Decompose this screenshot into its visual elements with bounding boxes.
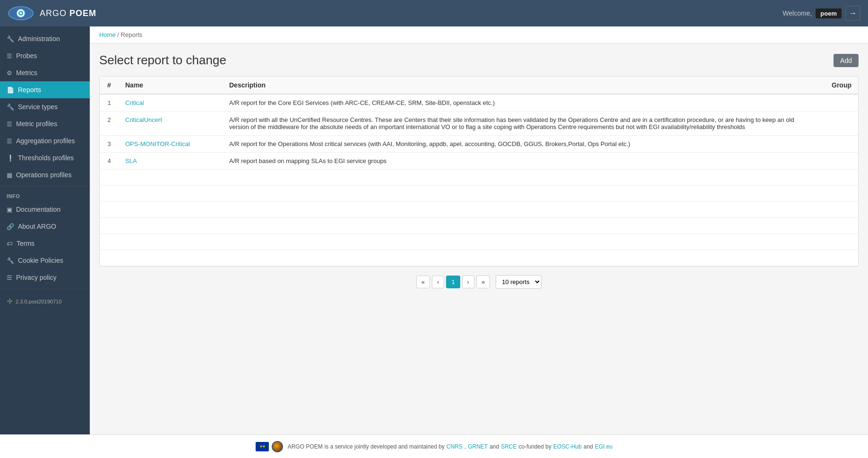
- footer-grnet[interactable]: GRNET: [468, 443, 488, 450]
- documentation-icon: ▣: [7, 206, 12, 213]
- empty-row: [100, 186, 858, 202]
- row-group: [801, 136, 858, 153]
- report-link[interactable]: CriticalUncert: [125, 116, 162, 123]
- breadcrumb-home[interactable]: Home: [99, 31, 116, 38]
- sidebar-item-metric-profiles[interactable]: ☰ Metric profiles: [0, 115, 90, 132]
- main-content: Home / Reports Select report to change A…: [90, 26, 868, 434]
- page-header-row: Select report to change Add: [99, 53, 859, 68]
- operations-icon: ▦: [7, 172, 12, 179]
- sidebar-divider-2: [0, 289, 90, 289]
- pagination-next[interactable]: ›: [462, 276, 474, 288]
- table-row: 2 CriticalUncert A/R report with all the…: [100, 112, 858, 136]
- row-description: A/R report based on mapping SLAs to EGI …: [223, 153, 801, 170]
- sidebar-item-administration[interactable]: 🔧 Administration: [0, 30, 90, 47]
- sidebar-item-terms[interactable]: 🏷 Terms: [0, 235, 90, 252]
- col-header-description: Description: [223, 77, 801, 94]
- report-link[interactable]: Critical: [125, 99, 144, 106]
- thresholds-icon: ❕: [7, 155, 14, 162]
- per-page-select[interactable]: 10 reports 20 reports 50 reports: [496, 275, 541, 289]
- footer-text6: and: [584, 443, 593, 450]
- sidebar-item-probes[interactable]: ☰ Probes: [0, 47, 90, 64]
- footer-eoschub[interactable]: EOSC-Hub: [553, 443, 582, 450]
- footer-text1: ARGO POEM: [288, 443, 323, 450]
- footer-text4: and: [490, 443, 499, 450]
- empty-row: [100, 170, 858, 186]
- sidebar-item-aggregation-profiles[interactable]: ☰ Aggregation profiles: [0, 132, 90, 149]
- list-icon: ☰: [7, 52, 12, 60]
- logout-button[interactable]: →: [845, 6, 860, 21]
- svg-point-3: [20, 12, 22, 15]
- service-types-icon: 🔧: [7, 104, 14, 111]
- footer-text2: is a service jointly developed and maint…: [325, 443, 445, 450]
- sidebar-item-metrics[interactable]: ⚙ Metrics: [0, 64, 90, 81]
- pagination-prev[interactable]: ‹: [432, 276, 444, 288]
- footer-text3: ,: [464, 443, 466, 450]
- sidebar-item-service-types[interactable]: 🔧 Service types: [0, 98, 90, 115]
- empty-row: [100, 234, 858, 250]
- footer-egieu[interactable]: EGI.eu: [595, 443, 612, 450]
- table-row: 4 SLA A/R report based on mapping SLAs t…: [100, 153, 858, 170]
- breadcrumb: Home / Reports: [90, 26, 868, 43]
- pagination-first[interactable]: «: [416, 276, 430, 288]
- cookie-icon: 🔧: [7, 257, 14, 264]
- table-header-row: # Name Description Group: [100, 77, 858, 94]
- sidebar-item-documentation[interactable]: ▣ Documentation: [0, 201, 90, 218]
- wrench-icon: 🔧: [7, 35, 14, 43]
- row-description: A/R report for the Core EGI Services (wi…: [223, 94, 801, 112]
- body-layout: 🔧 Administration ☰ Probes ⚙ Metrics 📄 Re…: [0, 26, 868, 434]
- sidebar-item-operations-profiles[interactable]: ▦ Operations profiles: [0, 166, 90, 183]
- header: ARGO POEM Welcome, poem →: [0, 0, 868, 26]
- row-description: A/R report with all the UnCertified Reso…: [223, 112, 801, 136]
- row-group: [801, 112, 858, 136]
- footer-srce[interactable]: SRCE: [501, 443, 516, 450]
- sidebar-item-privacy-policy[interactable]: ☰ Privacy policy: [0, 269, 90, 286]
- sidebar-item-about-argo[interactable]: 🔗 About ARGO: [0, 218, 90, 235]
- report-link[interactable]: SLA: [125, 157, 137, 164]
- privacy-icon: ☰: [7, 274, 12, 281]
- username-badge: poem: [816, 9, 842, 18]
- app-title: ARGO POEM: [40, 9, 96, 18]
- table-row: 3 OPS-MONITOR-Critical A/R report for th…: [100, 136, 858, 153]
- pagination-page-1[interactable]: 1: [446, 276, 460, 288]
- empty-row: [100, 218, 858, 234]
- sidebar-item-reports[interactable]: 📄 Reports: [0, 81, 90, 98]
- page-title: Select report to change: [99, 53, 226, 68]
- header-right: Welcome, poem →: [782, 6, 860, 21]
- sidebar-item-thresholds-profiles[interactable]: ❕ Thresholds profiles: [0, 149, 90, 166]
- col-header-num: #: [100, 77, 119, 94]
- row-num: 2: [100, 112, 119, 136]
- pagination-row: « ‹ 1 › » 10 reports 20 reports 50 repor…: [99, 267, 859, 297]
- empty-row: [100, 202, 858, 218]
- sidebar-divider: [0, 186, 90, 187]
- table-row: 1 Critical A/R report for the Core EGI S…: [100, 94, 858, 112]
- content-area: Select report to change Add # Name Descr…: [90, 43, 868, 297]
- row-name: CriticalUncert: [119, 112, 223, 136]
- argo-logo: [8, 5, 34, 22]
- sidebar: 🔧 Administration ☰ Probes ⚙ Metrics 📄 Re…: [0, 26, 90, 434]
- add-button[interactable]: Add: [834, 54, 859, 67]
- row-group: [801, 94, 858, 112]
- version-text: 2.3.0.post20190710: [16, 299, 61, 304]
- terms-icon: 🏷: [7, 240, 13, 247]
- gear-icon: ⚙: [7, 69, 12, 77]
- reports-icon: 📄: [7, 86, 14, 94]
- report-link[interactable]: OPS-MONITOR-Critical: [125, 140, 190, 147]
- row-name: OPS-MONITOR-Critical: [119, 136, 223, 153]
- reports-table-wrapper: # Name Description Group 1 Critical A/R …: [99, 76, 859, 267]
- welcome-text: Welcome,: [782, 9, 812, 17]
- row-group: [801, 153, 858, 170]
- footer-cnrs[interactable]: CNRS: [447, 443, 463, 450]
- col-header-name: Name: [119, 77, 223, 94]
- metric-profiles-icon: ☰: [7, 121, 12, 128]
- reports-table: # Name Description Group 1 Critical A/R …: [100, 77, 858, 266]
- breadcrumb-current: Reports: [121, 31, 143, 38]
- eu-flag: ★★: [256, 442, 269, 451]
- empty-row: [100, 250, 858, 266]
- aggregation-icon: ☰: [7, 138, 12, 145]
- sidebar-item-cookie-policies[interactable]: 🔧 Cookie Policies: [0, 252, 90, 269]
- link-icon: 🔗: [7, 223, 14, 230]
- row-num: 3: [100, 136, 119, 153]
- pagination-last[interactable]: »: [476, 276, 490, 288]
- row-num: 1: [100, 94, 119, 112]
- row-name: SLA: [119, 153, 223, 170]
